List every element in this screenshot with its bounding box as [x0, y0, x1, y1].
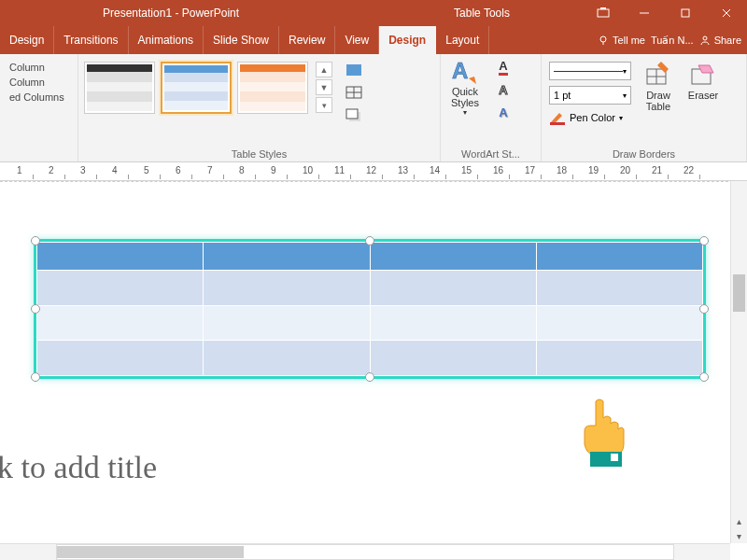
ribbon-tab-slideshow[interactable]: Slide Show: [204, 26, 279, 54]
ribbon-tab-animations[interactable]: Animations: [129, 26, 204, 54]
text-outline-button[interactable]: A: [493, 80, 514, 99]
horizontal-ruler[interactable]: 12345678910111213141516171819202122: [0, 162, 747, 181]
text-fill-button[interactable]: A: [493, 58, 514, 77]
ribbon-tab-view[interactable]: View: [335, 26, 379, 54]
ruler-tick: [604, 175, 605, 179]
vertical-scrollbar-thumb[interactable]: [733, 274, 745, 312]
ribbon-tab-review[interactable]: Review: [279, 26, 335, 54]
svg-rect-9: [346, 64, 361, 76]
resize-handle-e[interactable]: [699, 304, 709, 314]
group-label-draw-borders: Draw Borders: [547, 147, 740, 160]
next-slide-button[interactable]: ▾: [731, 528, 747, 543]
tell-me-search[interactable]: Tell me: [598, 35, 645, 46]
ruler-mark: 1: [17, 165, 22, 175]
ruler-tick: [64, 175, 65, 179]
ruler-tick: [318, 175, 319, 179]
ruler-mark: 2: [49, 165, 54, 175]
group-label-wordart: WordArt St...: [446, 147, 535, 160]
draw-table-icon: [644, 60, 672, 88]
slide-canvas[interactable]: ck to add title: [0, 181, 747, 536]
shading-button[interactable]: [344, 62, 364, 80]
ruler-tick: [477, 175, 478, 179]
ruler-tick: [33, 175, 34, 179]
ruler-mark: 13: [398, 165, 408, 175]
svg-point-8: [703, 36, 707, 40]
resize-handle-w[interactable]: [31, 304, 40, 314]
pen-weight-dropdown[interactable]: 1 pt▾: [549, 86, 631, 105]
text-effects-button[interactable]: A: [493, 103, 514, 121]
effects-button[interactable]: [344, 106, 364, 125]
option-banded-columns[interactable]: ed Columns: [9, 91, 64, 103]
selected-table[interactable]: [34, 239, 706, 379]
lightbulb-icon: [598, 35, 609, 46]
eraser-label: Eraser: [688, 90, 718, 101]
ruler-tick: [668, 175, 669, 179]
gallery-more-button[interactable]: ▾: [316, 97, 332, 113]
share-button[interactable]: Share: [699, 35, 741, 46]
ruler-mark: 9: [271, 165, 276, 175]
table-style-thumb-1[interactable]: [84, 62, 155, 114]
ruler-mark: 8: [239, 165, 245, 175]
group-table-style-options: Column Column ed Columns: [0, 54, 78, 161]
resize-handle-s[interactable]: [365, 372, 374, 382]
ruler-mark: 14: [430, 165, 440, 175]
ribbon-tab-strip: Design Transitions Animations Slide Show…: [0, 26, 747, 54]
quick-styles-button[interactable]: A Quick Styles ▾: [446, 58, 484, 117]
ruler-mark: 18: [557, 165, 567, 175]
maximize-window-button[interactable]: [665, 0, 706, 26]
draw-table-button[interactable]: Draw Table: [639, 58, 678, 112]
table-content[interactable]: [36, 242, 703, 376]
minimize-window-button[interactable]: [624, 0, 665, 26]
ribbon-tab-transitions[interactable]: Transitions: [54, 26, 128, 54]
pen-color-button[interactable]: Pen Color ▾: [549, 110, 631, 125]
ruler-tick: [414, 175, 415, 179]
ruler-mark: 12: [366, 165, 376, 175]
previous-slide-button[interactable]: ▴: [731, 513, 747, 528]
ruler-mark: 4: [112, 165, 118, 175]
resize-handle-sw[interactable]: [31, 372, 40, 382]
tell-me-label: Tell me: [613, 35, 645, 46]
borders-button[interactable]: [344, 84, 364, 103]
contextual-tab-title: Table Tools: [454, 7, 510, 20]
ruler-mark: 15: [461, 165, 472, 175]
ruler-mark: 7: [207, 165, 213, 175]
svg-rect-16: [550, 122, 565, 125]
ruler-tick: [541, 175, 542, 179]
svg-rect-1: [600, 7, 606, 9]
ruler-tick: [636, 175, 637, 179]
ruler-mark: 20: [620, 165, 630, 175]
ruler-tick: [287, 175, 288, 179]
share-icon: [699, 35, 711, 46]
title-placeholder[interactable]: ck to add title: [0, 450, 157, 485]
horizontal-scrollbar-thumb[interactable]: [57, 546, 244, 558]
resize-handle-se[interactable]: [699, 372, 709, 382]
eraser-button[interactable]: Eraser: [684, 58, 723, 101]
close-window-button[interactable]: [706, 0, 747, 26]
ribbon-tab-table-design[interactable]: Design: [379, 26, 436, 54]
option-first-column[interactable]: Column: [9, 62, 64, 73]
ruler-tick: [255, 175, 256, 179]
ribbon-display-options-button[interactable]: [583, 0, 624, 26]
horizontal-scrollbar[interactable]: [0, 543, 730, 560]
gallery-scroll-down[interactable]: ▼: [316, 79, 332, 95]
ruler-mark: 10: [303, 165, 313, 175]
option-last-column[interactable]: Column: [9, 77, 64, 88]
ruler-tick: [699, 175, 700, 179]
quick-styles-label: Quick Styles: [446, 86, 484, 108]
table-style-thumb-2-selected[interactable]: [161, 62, 232, 114]
table-style-thumb-3[interactable]: [237, 62, 308, 114]
resize-handle-n[interactable]: [365, 236, 374, 245]
resize-handle-ne[interactable]: [699, 236, 709, 245]
pen-style-dropdown[interactable]: ▾: [549, 62, 631, 80]
vertical-scrollbar[interactable]: ▴ ▾: [730, 181, 747, 543]
ribbon-tab-table-layout[interactable]: Layout: [436, 26, 489, 54]
signed-in-user[interactable]: Tuấn N...: [651, 35, 694, 47]
gallery-scroll-up[interactable]: ▲: [316, 62, 332, 77]
resize-handle-nw[interactable]: [31, 236, 40, 245]
ruler-mark: 16: [493, 165, 503, 175]
ruler-tick: [160, 175, 161, 179]
svg-rect-0: [598, 9, 609, 17]
pointer-hand-illustration: [568, 394, 633, 469]
svg-rect-14: [346, 109, 358, 119]
ribbon-tab-design-theme[interactable]: Design: [0, 26, 54, 54]
